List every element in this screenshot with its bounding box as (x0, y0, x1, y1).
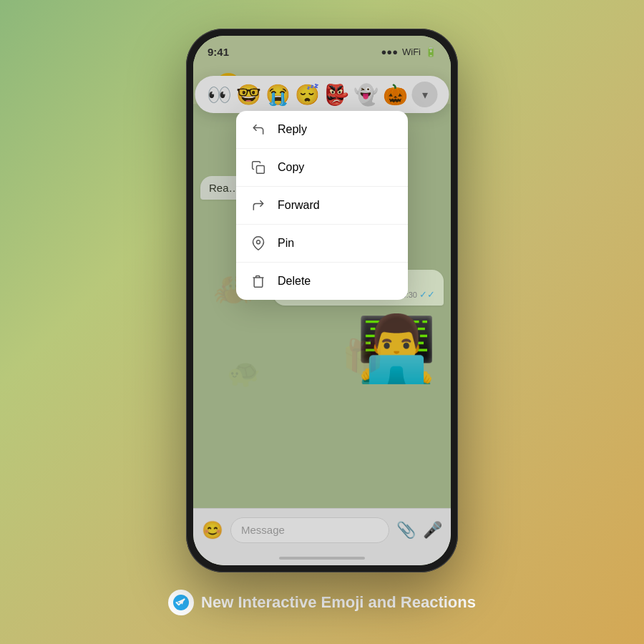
context-menu-delete[interactable]: Delete (236, 263, 408, 300)
svg-rect-5 (257, 166, 265, 174)
copy-icon (250, 160, 266, 175)
delete-label: Delete (278, 275, 311, 288)
pin-label: Pin (278, 237, 294, 250)
reply-label: Reply (278, 123, 307, 136)
forward-icon (250, 197, 266, 213)
forward-label: Forward (278, 199, 320, 212)
copy-label: Copy (278, 161, 304, 174)
context-menu-copy[interactable]: Copy (236, 149, 408, 187)
telegram-logo (168, 590, 194, 615)
context-menu: Reply Copy Forward (236, 111, 408, 300)
phone-wrapper: 🦀 🩴 🐢 🎁 🐠 9:41 ●●● WiFi 🔋 ‹ ✈️ (186, 29, 458, 572)
context-menu-forward[interactable]: Forward (236, 187, 408, 225)
reply-icon (250, 122, 266, 137)
pin-icon (250, 235, 266, 251)
delete-icon (250, 273, 266, 289)
context-menu-reply[interactable]: Reply (236, 111, 408, 149)
footer-text: New Interactive Emoji and Reactions (201, 593, 476, 612)
context-menu-pin[interactable]: Pin (236, 225, 408, 263)
phone-screen: 🦀 🩴 🐢 🎁 🐠 9:41 ●●● WiFi 🔋 ‹ ✈️ (193, 36, 451, 565)
svg-point-6 (257, 240, 260, 244)
footer-tagline: New Interactive Emoji and Reactions (168, 590, 476, 615)
